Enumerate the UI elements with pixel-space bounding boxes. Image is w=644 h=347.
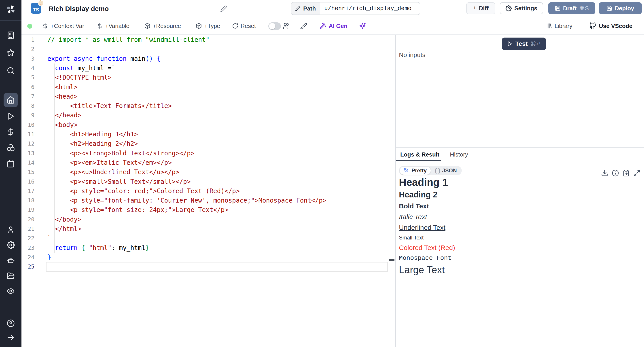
code-line[interactable]: <p style="font-family: 'Courier New', mo…: [48, 196, 326, 205]
code-line[interactable]: // import * as wmill from "windmill-clie…: [48, 35, 210, 44]
line-number: 22: [22, 234, 34, 243]
code-line[interactable]: <body>: [48, 120, 78, 130]
code-line[interactable]: <p><em>Italic Text</em></p>: [48, 158, 172, 168]
add-type-button[interactable]: +Type: [196, 18, 220, 34]
sparkles-icon[interactable]: [359, 18, 366, 34]
tab-logs-result[interactable]: Logs & Result: [400, 151, 440, 158]
line-number: 16: [22, 177, 34, 186]
diff-label: Diff: [479, 5, 488, 12]
edit-title-pencil-icon[interactable]: [220, 5, 227, 12]
use-vscode-button[interactable]: Use VScode: [590, 18, 632, 34]
plus-minus-icon: ±: [473, 5, 476, 12]
refresh-icon: [232, 23, 238, 29]
panel-splitter[interactable]: [395, 35, 396, 347]
result-small: Small Text: [399, 234, 634, 242]
pretty-view-button[interactable]: Pretty: [400, 166, 431, 174]
status-dot: [27, 24, 32, 28]
windmill-logo-icon[interactable]: [5, 4, 16, 15]
code-line[interactable]: <p style="font-size: 24px;">Large Text</…: [48, 205, 228, 215]
line-number: 17: [22, 186, 34, 196]
assistant-toggle[interactable]: [268, 22, 281, 30]
code-line[interactable]: <p><small>Small Text</small></p>: [48, 177, 191, 186]
users-icon[interactable]: [283, 18, 290, 34]
code-line[interactable]: <h1>Heading 1</h1>: [48, 130, 138, 139]
json-view-button[interactable]: { } JSON: [431, 168, 461, 174]
result-large: Large Text: [399, 264, 634, 276]
dollar-icon: [96, 23, 103, 29]
code-line[interactable]: <head>: [48, 92, 78, 101]
path-label-text: Path: [303, 5, 316, 12]
package-icon: [196, 23, 202, 29]
line-number: 25: [22, 262, 34, 272]
test-shortcut: ⌘↵: [530, 40, 541, 48]
line-number: 12: [22, 139, 34, 148]
ai-gen-button[interactable]: AI Gen: [319, 18, 348, 34]
code-line[interactable]: <title>Text Formats</title>: [48, 101, 172, 111]
add-variable-label: +Variable: [105, 22, 130, 30]
magic-wand-icon: [319, 22, 326, 30]
path-value[interactable]: u/henri/rich_display_demo: [320, 2, 412, 14]
result-italic: Italic Text: [399, 212, 634, 221]
code-line[interactable]: <p style="color: red;">Colored Text (Red…: [48, 186, 240, 196]
draft-label: Draft: [563, 5, 577, 12]
braces-icon: { }: [435, 168, 440, 174]
draft-button[interactable]: Draft ⌘S: [548, 2, 595, 14]
result-bold: Bold Text: [399, 202, 634, 210]
code-line[interactable]: export async function main() {: [48, 54, 160, 64]
download-result-icon[interactable]: [601, 170, 608, 177]
json-label: JSON: [442, 168, 456, 174]
settings-button[interactable]: Settings: [500, 2, 543, 14]
dollar-icon: [42, 23, 48, 29]
baby-emoji-badge: [38, 0, 44, 6]
expand-icon[interactable]: [633, 170, 640, 177]
deploy-button[interactable]: Deploy: [599, 2, 642, 14]
reset-label: Reset: [240, 22, 256, 30]
code-line[interactable]: <!DOCTYPE html>: [48, 73, 112, 82]
code-line[interactable]: </html>: [48, 224, 82, 234]
tab-history[interactable]: History: [450, 151, 468, 158]
line-number: 2: [22, 44, 34, 54]
code-editor[interactable]: 1234567891011121314151617181920212223242…: [0, 35, 395, 347]
add-context-var-button[interactable]: +Context Var: [42, 18, 84, 34]
add-resource-label: +Resource: [153, 22, 181, 30]
code-line[interactable]: `: [48, 234, 51, 243]
pretty-label: Pretty: [412, 168, 427, 174]
code-line[interactable]: const my_html =`: [48, 64, 115, 73]
ai-gen-label: AI Gen: [329, 22, 348, 30]
package-icon: [144, 23, 150, 29]
code-line[interactable]: <html>: [48, 82, 78, 92]
info-icon[interactable]: [612, 170, 619, 177]
test-button[interactable]: Test ⌘↵: [502, 38, 546, 50]
draft-shortcut: ⌘S: [579, 5, 589, 12]
library-button[interactable]: Library: [546, 18, 572, 34]
code-line[interactable]: <p><u>Underlined Text</u></p>: [48, 168, 179, 177]
line-number: 5: [22, 73, 34, 82]
line-number: 10: [22, 120, 34, 130]
line-number: 24: [22, 253, 34, 262]
tab-bar-border: [396, 161, 644, 161]
code-line[interactable]: </body>: [48, 215, 82, 224]
format-brush-icon[interactable]: [300, 18, 307, 34]
diff-button[interactable]: ± Diff: [466, 2, 495, 14]
rendered-result: Heading 1Heading 2Bold TextItalic TextUn…: [399, 176, 634, 276]
path-label: Path: [291, 2, 320, 14]
code-line[interactable]: return { "html": my_html}: [48, 243, 149, 253]
path-field[interactable]: Path u/henri/rich_display_demo: [291, 2, 420, 15]
reset-button[interactable]: Reset: [232, 18, 256, 34]
library-icon: [546, 22, 552, 29]
copy-result-icon[interactable]: [622, 170, 630, 177]
line-number: 7: [22, 92, 34, 101]
add-resource-button[interactable]: +Resource: [144, 18, 181, 34]
add-variable-button[interactable]: +Variable: [96, 18, 130, 34]
code-line[interactable]: }: [48, 253, 51, 262]
line-number: 11: [22, 130, 34, 139]
result-view-switch: Pretty { } JSON: [399, 166, 462, 175]
result-h1: Heading 1: [399, 176, 634, 188]
code-line[interactable]: </head>: [48, 111, 82, 120]
pencil-icon: [295, 6, 300, 11]
add-type-label: +Type: [204, 22, 220, 30]
code-line[interactable]: <h2>Heading 2</h2>: [48, 139, 138, 148]
line-number: 14: [22, 158, 34, 168]
code-line[interactable]: <p><strong>Bold Text</strong></p>: [48, 149, 194, 158]
line-number: 21: [22, 224, 34, 234]
